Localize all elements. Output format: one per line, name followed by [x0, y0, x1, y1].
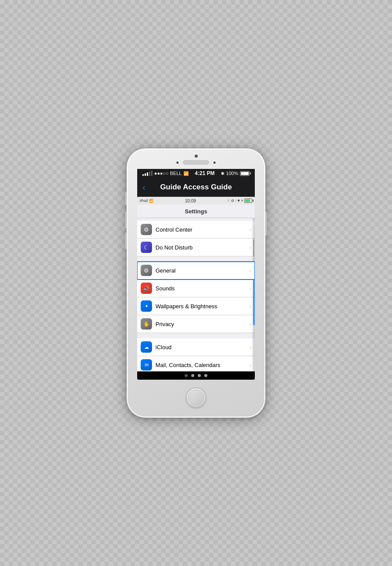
general-label: General — [155, 267, 250, 274]
do-not-disturb-icon: ☾ — [141, 242, 152, 253]
page-dot-4 — [204, 374, 207, 377]
settings-row-general[interactable]: ⚙ General › — [137, 262, 255, 280]
signal-bar-3 — [147, 172, 148, 176]
back-chevron: ‹ — [142, 182, 145, 192]
wallpapers-chevron: › — [250, 303, 251, 310]
wifi-icon: 📶 — [183, 171, 189, 176]
mail-symbol: ✉ — [145, 362, 149, 368]
settings-content: ⚙ Control Center › ☾ Do Not Disturb › — [137, 218, 255, 371]
section-gap-3 — [137, 333, 255, 338]
volume-up-button[interactable] — [125, 212, 127, 228]
outer-status-left: ●●●○○ BELL 📶 — [142, 171, 189, 176]
page-dots-container — [137, 371, 255, 380]
mute-switch[interactable] — [125, 192, 127, 205]
settings-header: Settings — [137, 205, 255, 218]
settings-row-sounds[interactable]: 🔊 Sounds › — [137, 280, 255, 297]
icloud-icon: ☁ — [141, 341, 152, 353]
settings-section-1: ⚙ Control Center › ☾ Do Not Disturb › — [137, 218, 255, 256]
settings-row-do-not-disturb[interactable]: ☾ Do Not Disturb › — [137, 239, 255, 256]
sounds-icon: 🔊 — [141, 283, 152, 294]
settings-section-3: ☁ iCloud › ✉ Mail, Contacts, Calendars › — [137, 333, 255, 371]
icloud-symbol: ☁ — [144, 344, 149, 350]
control-center-chevron: › — [250, 226, 251, 233]
ipod-device-label: iPod — [140, 199, 148, 203]
sounds-symbol: 🔊 — [143, 286, 149, 291]
do-not-disturb-chevron: › — [250, 244, 251, 251]
settings-row-icloud[interactable]: ☁ iCloud › — [137, 338, 255, 356]
battery-fill — [241, 172, 249, 175]
back-button[interactable]: ‹ — [142, 182, 145, 192]
control-center-icon: ⚙ — [141, 224, 152, 235]
bluetooth-icon: ✱ — [221, 171, 224, 176]
iphone-screen: iPod 📶 10:09 ☾ @ ↑ ✱ ✕ Settings — [137, 197, 255, 380]
control-center-label: Control Center — [155, 226, 250, 233]
settings-row-privacy[interactable]: ✋ Privacy › — [137, 315, 255, 333]
sleep-wake-button[interactable] — [265, 212, 267, 236]
settings-row-control-center[interactable]: ⚙ Control Center › — [137, 221, 255, 239]
section-gap-2 — [137, 256, 255, 262]
icloud-label: iCloud — [155, 344, 250, 350]
scrollbar-thumb[interactable] — [253, 239, 254, 256]
home-button-inner — [188, 390, 204, 405]
settings-section-2: ⚙ General › 🔊 Sounds › — [137, 256, 255, 333]
settings-title: Settings — [185, 208, 207, 215]
mail-chevron: › — [250, 362, 251, 368]
ipod-screen: iPod 📶 10:09 ☾ @ ↑ ✱ ✕ Settings — [137, 197, 255, 380]
volume-down-button[interactable] — [125, 232, 127, 249]
iphone-frame: ●●●○○ BELL 📶 4:21 PM ✱ 100% ‹ Guide Acce… — [126, 148, 266, 418]
carrier-label: ●●●○○ BELL — [154, 171, 182, 176]
nav-title: Guide Access Guide — [160, 183, 232, 192]
ipod-status-right: ☾ @ ↑ ✱ ✕ — [228, 199, 252, 203]
privacy-symbol: ✋ — [143, 321, 150, 327]
general-icon: ⚙ — [141, 265, 152, 276]
general-symbol: ⚙ — [144, 267, 149, 274]
ipod-battery — [244, 199, 252, 203]
mail-icon: ✉ — [141, 359, 152, 371]
page-dot-2 — [191, 374, 194, 377]
iphone-bottom — [186, 380, 206, 418]
privacy-label: Privacy — [155, 321, 250, 327]
ipod-status-bar: iPod 📶 10:09 ☾ @ ↑ ✱ ✕ — [137, 197, 255, 205]
signal-bar-4 — [149, 172, 150, 176]
signal-bar-5 — [151, 171, 152, 176]
privacy-chevron: › — [250, 321, 251, 327]
mail-label: Mail, Contacts, Calendars — [155, 362, 250, 368]
front-sensor — [176, 162, 179, 164]
icloud-chevron: › — [250, 344, 251, 350]
home-button[interactable] — [186, 387, 206, 408]
ipod-status-left: iPod 📶 — [140, 199, 153, 203]
control-center-symbol: ⚙ — [144, 226, 149, 233]
outer-time: 4:21 PM — [195, 170, 214, 176]
sounds-chevron: › — [250, 285, 251, 292]
settings-row-mail[interactable]: ✉ Mail, Contacts, Calendars › — [137, 356, 255, 371]
outer-nav-bar: ‹ Guide Access Guide — [137, 178, 255, 197]
outer-status-bar: ●●●○○ BELL 📶 4:21 PM ✱ 100% — [137, 169, 255, 178]
wallpapers-icon: ✦ — [141, 300, 152, 312]
battery-indicator — [240, 171, 250, 176]
privacy-icon: ✋ — [141, 318, 152, 330]
front-camera — [213, 162, 216, 164]
outer-status-right: ✱ 100% — [221, 171, 250, 176]
general-chevron: › — [250, 267, 251, 274]
signal-bar-2 — [145, 173, 146, 176]
speaker-grille — [183, 160, 209, 165]
ipod-battery-fill — [245, 199, 250, 202]
do-not-disturb-label: Do Not Disturb — [155, 244, 250, 251]
signal-bar-1 — [142, 174, 144, 176]
camera-dot — [195, 155, 198, 158]
wallpapers-label: Wallpapers & Brightness — [155, 303, 250, 310]
sounds-label: Sounds — [155, 285, 250, 292]
ipod-status-icons: ☾ @ ↑ ✱ ✕ — [228, 199, 243, 202]
settings-row-wallpapers[interactable]: ✦ Wallpapers & Brightness › — [137, 297, 255, 315]
ipod-time: 10:09 — [185, 199, 196, 203]
ipod-wifi-icon: 📶 — [149, 199, 153, 203]
iphone-top — [127, 148, 265, 169]
page-dot-1 — [185, 374, 188, 377]
battery-percent: 100% — [226, 171, 238, 176]
do-not-disturb-symbol: ☾ — [144, 244, 149, 251]
wallpapers-symbol: ✦ — [145, 303, 149, 309]
page-dot-3 — [198, 374, 201, 377]
signal-strength — [142, 171, 152, 176]
